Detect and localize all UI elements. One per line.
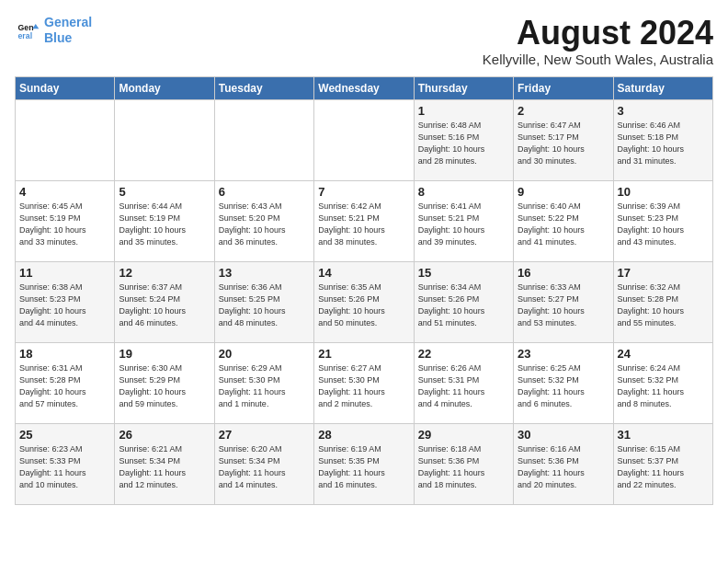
- day-number: 6: [219, 185, 310, 199]
- calendar-cell: 7Sunrise: 6:42 AM Sunset: 5:21 PM Daylig…: [314, 180, 414, 261]
- day-info: Sunrise: 6:36 AM Sunset: 5:25 PM Dayligh…: [219, 282, 310, 329]
- day-info: Sunrise: 6:43 AM Sunset: 5:20 PM Dayligh…: [219, 201, 310, 248]
- day-number: 29: [418, 428, 509, 442]
- day-info: Sunrise: 6:23 AM Sunset: 5:33 PM Dayligh…: [19, 443, 110, 491]
- day-info: Sunrise: 6:38 AM Sunset: 5:23 PM Dayligh…: [19, 282, 110, 329]
- day-number: 23: [518, 347, 609, 361]
- calendar-cell: 19Sunrise: 6:30 AM Sunset: 5:29 PM Dayli…: [115, 342, 214, 423]
- day-info: Sunrise: 6:34 AM Sunset: 5:26 PM Dayligh…: [418, 282, 509, 329]
- day-info: Sunrise: 6:39 AM Sunset: 5:23 PM Dayligh…: [618, 201, 709, 248]
- day-number: 25: [19, 428, 110, 442]
- day-number: 21: [318, 347, 409, 361]
- day-number: 22: [418, 347, 509, 361]
- day-info: Sunrise: 6:26 AM Sunset: 5:31 PM Dayligh…: [418, 362, 509, 410]
- column-header-sunday: Sunday: [16, 76, 115, 99]
- day-number: 8: [418, 185, 509, 199]
- day-number: 3: [618, 104, 709, 118]
- calendar-cell: [214, 99, 313, 180]
- calendar-cell: 17Sunrise: 6:32 AM Sunset: 5:28 PM Dayli…: [613, 261, 712, 342]
- day-number: 26: [119, 428, 210, 442]
- day-info: Sunrise: 6:29 AM Sunset: 5:30 PM Dayligh…: [219, 362, 310, 410]
- calendar-cell: 22Sunrise: 6:26 AM Sunset: 5:31 PM Dayli…: [414, 342, 513, 423]
- calendar-cell: 14Sunrise: 6:35 AM Sunset: 5:26 PM Dayli…: [314, 261, 414, 342]
- day-info: Sunrise: 6:31 AM Sunset: 5:28 PM Dayligh…: [19, 362, 110, 410]
- day-info: Sunrise: 6:25 AM Sunset: 5:32 PM Dayligh…: [518, 362, 609, 410]
- day-number: 7: [318, 185, 409, 199]
- day-info: Sunrise: 6:41 AM Sunset: 5:21 PM Dayligh…: [418, 201, 509, 248]
- day-number: 27: [219, 428, 310, 442]
- day-number: 13: [219, 266, 310, 280]
- day-number: 12: [119, 266, 210, 280]
- day-number: 9: [518, 185, 609, 199]
- day-info: Sunrise: 6:37 AM Sunset: 5:24 PM Dayligh…: [119, 282, 210, 329]
- calendar-cell: 12Sunrise: 6:37 AM Sunset: 5:24 PM Dayli…: [115, 261, 214, 342]
- day-number: 1: [418, 104, 509, 118]
- day-number: 18: [19, 347, 110, 361]
- day-number: 31: [618, 428, 709, 442]
- day-info: Sunrise: 6:42 AM Sunset: 5:21 PM Dayligh…: [318, 201, 409, 248]
- calendar-cell: 15Sunrise: 6:34 AM Sunset: 5:26 PM Dayli…: [414, 261, 513, 342]
- calendar-cell: 23Sunrise: 6:25 AM Sunset: 5:32 PM Dayli…: [514, 342, 613, 423]
- calendar-cell: 25Sunrise: 6:23 AM Sunset: 5:33 PM Dayli…: [16, 423, 115, 504]
- day-number: 2: [518, 104, 609, 118]
- day-info: Sunrise: 6:18 AM Sunset: 5:36 PM Dayligh…: [418, 443, 509, 491]
- day-number: 19: [119, 347, 210, 361]
- title-section: August 2024 Kellyville, New South Wales,…: [483, 15, 713, 67]
- calendar-cell: 6Sunrise: 6:43 AM Sunset: 5:20 PM Daylig…: [214, 180, 313, 261]
- calendar-cell: 4Sunrise: 6:45 AM Sunset: 5:19 PM Daylig…: [16, 180, 115, 261]
- day-info: Sunrise: 6:40 AM Sunset: 5:22 PM Dayligh…: [518, 201, 609, 248]
- calendar-header-row: SundayMondayTuesdayWednesdayThursdayFrid…: [16, 76, 713, 99]
- day-number: 10: [618, 185, 709, 199]
- calendar-cell: 2Sunrise: 6:47 AM Sunset: 5:17 PM Daylig…: [514, 99, 613, 180]
- day-info: Sunrise: 6:35 AM Sunset: 5:26 PM Dayligh…: [318, 282, 409, 329]
- calendar-cell: 5Sunrise: 6:44 AM Sunset: 5:19 PM Daylig…: [115, 180, 214, 261]
- calendar-cell: 27Sunrise: 6:20 AM Sunset: 5:34 PM Dayli…: [214, 423, 313, 504]
- day-info: Sunrise: 6:24 AM Sunset: 5:32 PM Dayligh…: [618, 362, 709, 410]
- calendar-cell: 10Sunrise: 6:39 AM Sunset: 5:23 PM Dayli…: [613, 180, 712, 261]
- day-info: Sunrise: 6:21 AM Sunset: 5:34 PM Dayligh…: [119, 443, 210, 491]
- calendar-week-3: 11Sunrise: 6:38 AM Sunset: 5:23 PM Dayli…: [16, 261, 713, 342]
- column-header-monday: Monday: [115, 76, 214, 99]
- logo: Gen eral GeneralBlue: [15, 15, 92, 46]
- day-info: Sunrise: 6:15 AM Sunset: 5:37 PM Dayligh…: [618, 443, 709, 491]
- day-info: Sunrise: 6:27 AM Sunset: 5:30 PM Dayligh…: [318, 362, 409, 410]
- day-number: 14: [318, 266, 409, 280]
- column-header-wednesday: Wednesday: [314, 76, 414, 99]
- day-number: 11: [19, 266, 110, 280]
- calendar-cell: 11Sunrise: 6:38 AM Sunset: 5:23 PM Dayli…: [16, 261, 115, 342]
- day-info: Sunrise: 6:45 AM Sunset: 5:19 PM Dayligh…: [19, 201, 110, 248]
- day-info: Sunrise: 6:47 AM Sunset: 5:17 PM Dayligh…: [518, 120, 609, 167]
- calendar-cell: [314, 99, 414, 180]
- calendar-cell: 1Sunrise: 6:48 AM Sunset: 5:16 PM Daylig…: [414, 99, 513, 180]
- calendar-week-5: 25Sunrise: 6:23 AM Sunset: 5:33 PM Dayli…: [16, 423, 713, 504]
- calendar-cell: [16, 99, 115, 180]
- day-number: 17: [618, 266, 709, 280]
- day-number: 20: [219, 347, 310, 361]
- calendar-subtitle: Kellyville, New South Wales, Australia: [483, 52, 713, 67]
- calendar-body: 1Sunrise: 6:48 AM Sunset: 5:16 PM Daylig…: [16, 99, 713, 504]
- calendar-cell: 3Sunrise: 6:46 AM Sunset: 5:18 PM Daylig…: [613, 99, 712, 180]
- day-info: Sunrise: 6:32 AM Sunset: 5:28 PM Dayligh…: [618, 282, 709, 329]
- day-number: 28: [318, 428, 409, 442]
- day-info: Sunrise: 6:19 AM Sunset: 5:35 PM Dayligh…: [318, 443, 409, 491]
- calendar-cell: 29Sunrise: 6:18 AM Sunset: 5:36 PM Dayli…: [414, 423, 513, 504]
- page-header: Gen eral GeneralBlue August 2024 Kellyvi…: [15, 15, 713, 67]
- calendar-cell: 24Sunrise: 6:24 AM Sunset: 5:32 PM Dayli…: [613, 342, 712, 423]
- day-info: Sunrise: 6:30 AM Sunset: 5:29 PM Dayligh…: [119, 362, 210, 410]
- calendar-cell: 26Sunrise: 6:21 AM Sunset: 5:34 PM Dayli…: [115, 423, 214, 504]
- column-header-tuesday: Tuesday: [214, 76, 313, 99]
- day-number: 4: [19, 185, 110, 199]
- day-info: Sunrise: 6:16 AM Sunset: 5:36 PM Dayligh…: [518, 443, 609, 491]
- day-number: 24: [618, 347, 709, 361]
- day-number: 5: [119, 185, 210, 199]
- svg-text:eral: eral: [18, 31, 33, 40]
- day-info: Sunrise: 6:44 AM Sunset: 5:19 PM Dayligh…: [119, 201, 210, 248]
- calendar-cell: 28Sunrise: 6:19 AM Sunset: 5:35 PM Dayli…: [314, 423, 414, 504]
- day-number: 16: [518, 266, 609, 280]
- day-number: 15: [418, 266, 509, 280]
- calendar-cell: 31Sunrise: 6:15 AM Sunset: 5:37 PM Dayli…: [613, 423, 712, 504]
- column-header-thursday: Thursday: [414, 76, 513, 99]
- calendar-table: SundayMondayTuesdayWednesdayThursdayFrid…: [15, 76, 713, 505]
- calendar-cell: 9Sunrise: 6:40 AM Sunset: 5:22 PM Daylig…: [514, 180, 613, 261]
- logo-name: GeneralBlue: [44, 15, 92, 46]
